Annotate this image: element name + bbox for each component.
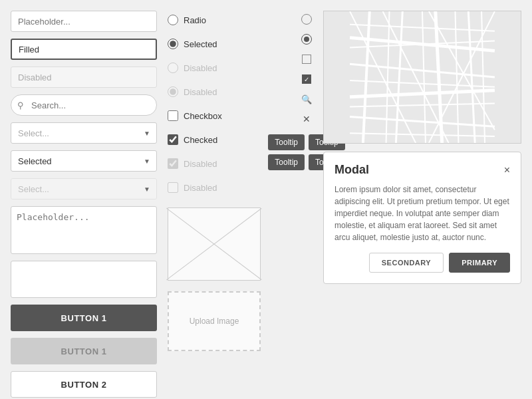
left-column: ⚲ Select... Option 1 ▼ Selected Option 1… bbox=[11, 11, 157, 399]
selected-radio-row: Selected bbox=[168, 35, 279, 53]
tooltip-btn-3[interactable]: Tooltip bbox=[268, 154, 305, 170]
placeholder-input[interactable] bbox=[11, 11, 157, 32]
empty-box bbox=[11, 261, 157, 298]
middle-column: Radio Selected Disabled Disabled Checkbo… bbox=[157, 11, 290, 399]
upload-image-box[interactable]: Upload Image bbox=[168, 291, 261, 351]
tooltip-btn-1[interactable]: Tooltip bbox=[268, 134, 305, 150]
modal-header: Modal × bbox=[334, 163, 510, 177]
modal-close-button[interactable]: × bbox=[504, 164, 510, 176]
checkbox-checked-icon: ✓ bbox=[299, 72, 314, 86]
search-icon: ⚲ bbox=[17, 100, 24, 110]
select-dropdown-selected[interactable]: Selected Option 1 bbox=[11, 150, 157, 172]
modal-footer: SECONDARY PRIMARY bbox=[334, 253, 510, 273]
disabled-check-1 bbox=[168, 158, 178, 169]
modal-box: Modal × Lorem ipsum dolor sit amet, cons… bbox=[323, 152, 521, 284]
modal-primary-button[interactable]: PRIMARY bbox=[449, 253, 510, 273]
radio-label: Radio bbox=[184, 15, 206, 25]
upload-label: Upload Image bbox=[190, 317, 239, 326]
filled-input[interactable] bbox=[11, 39, 157, 60]
x-icon: ✕ bbox=[299, 112, 314, 126]
modal-title: Modal bbox=[334, 163, 369, 177]
disabled-input bbox=[11, 66, 157, 88]
icon-column: ✓ 🔍 ✕ Tooltip Tooltip Tooltip Tooltip bbox=[290, 11, 323, 399]
checked-input[interactable] bbox=[168, 134, 178, 145]
disabled-check-row-1: Disabled bbox=[168, 154, 279, 173]
select-wrapper-disabled: Select... ▼ bbox=[11, 178, 157, 200]
disabled-radio-2 bbox=[168, 86, 178, 97]
disabled-radio-row-1: Disabled bbox=[168, 59, 279, 77]
button1-disabled: BUTTON 1 bbox=[11, 338, 157, 364]
radio-row: Radio bbox=[168, 11, 279, 29]
select-dropdown-1[interactable]: Select... Option 1 bbox=[11, 122, 157, 144]
checkbox-empty-icon bbox=[299, 52, 314, 66]
select-wrapper-1: Select... Option 1 ▼ bbox=[11, 122, 157, 144]
radio-empty-icon bbox=[299, 12, 314, 27]
button1-primary[interactable]: BUTTON 1 bbox=[11, 305, 157, 331]
radio-filled-icon bbox=[299, 32, 314, 47]
textarea-input[interactable] bbox=[11, 206, 157, 254]
search-input[interactable] bbox=[11, 94, 157, 116]
map-box bbox=[323, 11, 521, 144]
selected-radio-label: Selected bbox=[184, 39, 217, 49]
disabled-radio-label-1: Disabled bbox=[184, 63, 217, 73]
disabled-radio-1 bbox=[168, 63, 178, 73]
selected-radio-input[interactable] bbox=[168, 39, 178, 49]
modal-body: Lorem ipsum dolor sit amet, consectetur … bbox=[334, 184, 510, 243]
checkbox-row: Checkbox bbox=[168, 106, 279, 125]
disabled-radio-label-2: Disabled bbox=[184, 87, 217, 97]
image-placeholder bbox=[168, 207, 261, 281]
search-icon-small: 🔍 bbox=[299, 92, 314, 106]
search-wrapper: ⚲ bbox=[11, 94, 157, 116]
button2-outline[interactable]: BUTTON 2 bbox=[11, 371, 157, 398]
checkbox-label: Checkbox bbox=[184, 111, 222, 121]
checked-row: Checked bbox=[168, 130, 279, 149]
disabled-check-2 bbox=[168, 182, 178, 193]
disabled-radio-row-2: Disabled bbox=[168, 82, 279, 101]
select-wrapper-selected: Selected Option 1 ▼ bbox=[11, 150, 157, 172]
modal-secondary-button[interactable]: SECONDARY bbox=[369, 253, 444, 273]
disabled-check-row-2: Disabled bbox=[168, 178, 279, 197]
checked-label: Checked bbox=[184, 135, 217, 145]
disabled-check-label-1: Disabled bbox=[184, 159, 217, 169]
checkbox-input[interactable] bbox=[168, 110, 178, 121]
disabled-check-label-2: Disabled bbox=[184, 183, 217, 193]
right-column: Modal × Lorem ipsum dolor sit amet, cons… bbox=[323, 11, 521, 399]
radio-input[interactable] bbox=[168, 15, 178, 25]
select-dropdown-disabled: Select... bbox=[11, 178, 157, 200]
